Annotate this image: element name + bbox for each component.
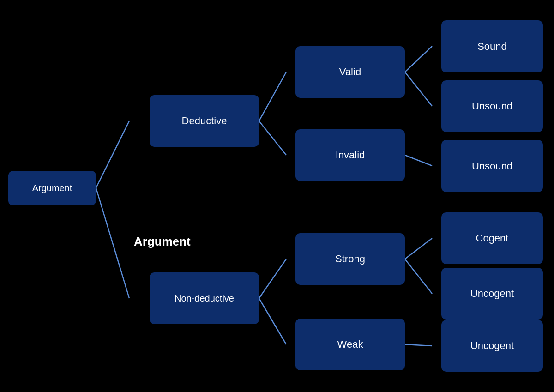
svg-line-6: [405, 155, 432, 166]
svg-line-5: [405, 72, 432, 106]
deductive-node: Deductive: [150, 95, 259, 147]
weak-node: Weak: [295, 319, 405, 370]
svg-line-10: [405, 259, 432, 294]
unsound1-node: Unsound: [441, 80, 543, 132]
sound-node: Sound: [441, 20, 543, 72]
strong-node: Strong: [295, 233, 405, 285]
svg-line-0: [96, 121, 129, 188]
svg-line-9: [405, 238, 432, 259]
svg-line-4: [405, 46, 432, 72]
svg-line-8: [259, 298, 286, 344]
uncogent2-node: Uncogent: [441, 320, 543, 372]
svg-line-7: [259, 259, 286, 298]
argument-node: Argument: [8, 171, 96, 205]
uncogent1-node: Uncogent: [441, 268, 543, 320]
svg-line-1: [96, 188, 129, 298]
unsound2-node: Unsound: [441, 140, 543, 192]
svg-line-11: [405, 344, 432, 346]
diagram: Argument Deductive Non-deductive Valid I…: [0, 0, 554, 392]
watermark-text: Argument: [134, 235, 191, 249]
svg-line-3: [259, 121, 286, 155]
valid-node: Valid: [295, 46, 405, 98]
svg-line-2: [259, 72, 286, 121]
cogent-node: Cogent: [441, 212, 543, 264]
non-deductive-node: Non-deductive: [150, 272, 259, 324]
invalid-node: Invalid: [295, 129, 405, 181]
